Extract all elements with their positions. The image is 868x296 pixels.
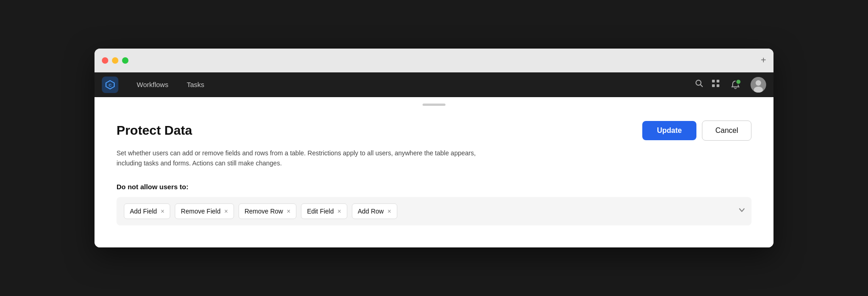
drag-bar	[423, 104, 445, 106]
svg-rect-7	[717, 84, 719, 87]
nav-tasks[interactable]: Tasks	[183, 79, 208, 90]
tag-remove-row-label: Remove Row	[245, 208, 283, 215]
tag-remove-field-remove[interactable]: ×	[224, 208, 228, 214]
tag-remove-row-remove[interactable]: ×	[287, 208, 290, 214]
titlebar: +	[95, 49, 773, 72]
tag-edit-field-remove[interactable]: ×	[337, 208, 341, 214]
svg-text:C: C	[109, 83, 112, 88]
close-button[interactable]	[102, 57, 108, 64]
tag-edit-field-label: Edit Field	[307, 208, 334, 215]
modal-wrapper: Protect Data Update Cancel Set whether u…	[95, 97, 773, 248]
svg-rect-4	[712, 80, 715, 82]
maximize-button[interactable]	[122, 57, 128, 64]
nav-workflows[interactable]: Workflows	[133, 79, 172, 90]
svg-point-9	[756, 80, 761, 86]
tag-edit-field: Edit Field ×	[301, 203, 347, 219]
tags-dropdown-icon[interactable]	[738, 206, 746, 217]
svg-rect-6	[712, 84, 715, 87]
tag-add-field-remove[interactable]: ×	[161, 208, 164, 214]
svg-line-3	[701, 85, 703, 87]
tag-add-row: Add Row ×	[352, 203, 397, 219]
new-tab-button[interactable]: +	[761, 55, 766, 66]
drag-handle	[95, 97, 773, 106]
tag-add-row-label: Add Row	[358, 208, 384, 215]
svg-rect-5	[717, 80, 719, 82]
tag-add-row-remove[interactable]: ×	[387, 208, 391, 214]
tag-add-field-label: Add Field	[130, 208, 157, 215]
section-label: Do not allow users to:	[117, 183, 751, 191]
header-actions: Update Cancel	[642, 121, 751, 141]
modal-title: Protect Data	[117, 123, 192, 138]
modal-header: Protect Data Update Cancel	[117, 121, 751, 141]
search-icon[interactable]	[695, 79, 704, 90]
tags-container: Add Field × Remove Field × Remove Row × …	[117, 197, 751, 225]
minimize-button[interactable]	[112, 57, 118, 64]
cancel-button[interactable]: Cancel	[702, 121, 751, 141]
tag-remove-row: Remove Row ×	[239, 203, 296, 219]
grid-icon[interactable]	[711, 79, 720, 90]
tag-remove-field-label: Remove Field	[181, 208, 220, 215]
tag-add-field: Add Field ×	[124, 203, 170, 219]
navbar: C Workflows Tasks	[95, 72, 773, 97]
tag-remove-field: Remove Field ×	[175, 203, 234, 219]
app-logo: C	[102, 77, 118, 93]
user-avatar[interactable]	[751, 77, 766, 93]
modal-description: Set whether users can add or remove fiel…	[117, 148, 493, 169]
notification-icon[interactable]	[728, 77, 743, 93]
nav-right	[695, 77, 766, 93]
modal-content: Protect Data Update Cancel Set whether u…	[95, 106, 773, 248]
app-window: + C Workflows Tasks	[95, 49, 773, 248]
window-controls	[102, 57, 128, 64]
update-button[interactable]: Update	[642, 121, 696, 140]
